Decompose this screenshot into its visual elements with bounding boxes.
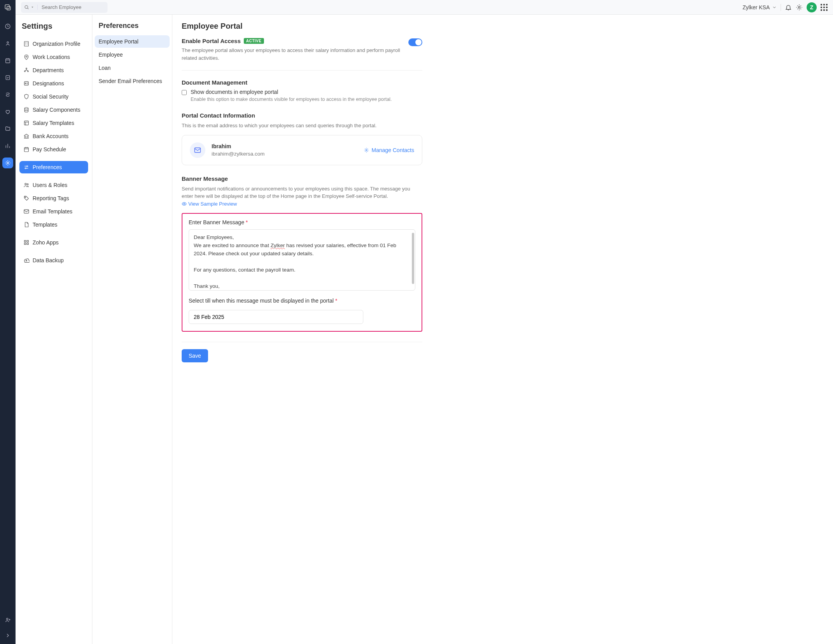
enable-portal-label: Enable Portal Access	[182, 38, 241, 44]
svg-point-31	[366, 149, 368, 151]
settings-item-bank-accounts[interactable]: Bank Accounts	[19, 130, 88, 142]
settings-item-preferences[interactable]: Preferences	[19, 161, 88, 173]
svg-point-14	[28, 71, 29, 72]
svg-point-23	[27, 184, 28, 185]
prefs-item-sender-email-preferences[interactable]: Sender Email Preferences	[95, 75, 170, 87]
view-sample-preview-link[interactable]: View Sample Preview	[182, 200, 237, 208]
banner-title: Banner Message	[182, 175, 422, 182]
banner-highlight-box: Enter Banner Message * Dear Employees, W…	[182, 213, 422, 332]
svg-point-21	[25, 168, 26, 169]
svg-point-3	[7, 42, 9, 43]
settings-item-salary-components[interactable]: Salary Components	[19, 104, 88, 116]
nav-item-label: Social Security	[33, 93, 69, 100]
rail-employee-icon[interactable]	[2, 38, 13, 49]
active-badge: ACTIVE	[244, 38, 264, 44]
prefs-item-loan[interactable]: Loan	[95, 62, 170, 74]
settings-title: Settings	[22, 22, 86, 31]
nav-item-label: Departments	[33, 67, 64, 73]
manage-contacts-link[interactable]: Manage Contacts	[364, 147, 414, 153]
backup-icon	[23, 257, 30, 263]
content-area: Employee Portal Enable Portal Access ACT…	[172, 15, 833, 644]
rail-profile-icon[interactable]	[2, 615, 13, 625]
search-scope-dropdown[interactable]	[21, 5, 38, 10]
contact-email: ibrahim@zylkersa.com	[212, 151, 357, 157]
nav-item-label: Templates	[33, 222, 57, 228]
app-logo-icon[interactable]	[0, 0, 16, 15]
nav-item-label: Reporting Tags	[33, 195, 69, 201]
svg-rect-4	[6, 59, 10, 63]
svg-rect-28	[24, 243, 26, 244]
rail-dashboard-icon[interactable]	[2, 21, 13, 32]
rail-benefits-icon[interactable]	[2, 106, 13, 117]
banner-date-input[interactable]	[189, 310, 363, 324]
pin-icon	[23, 54, 30, 60]
nav-item-label: Zoho Apps	[33, 239, 59, 246]
rail-documents-icon[interactable]	[2, 123, 13, 134]
tree-icon	[23, 67, 30, 73]
rail-collapse-icon[interactable]	[2, 630, 13, 641]
prefs-item-employee-portal[interactable]: Employee Portal	[95, 35, 170, 48]
banner-input-label: Enter Banner Message	[189, 219, 244, 225]
settings-item-templates[interactable]: Templates	[19, 218, 88, 231]
manage-contacts-label: Manage Contacts	[371, 147, 414, 153]
doc-icon	[23, 222, 30, 228]
user-avatar[interactable]: Z	[807, 2, 817, 12]
sliders-icon	[23, 164, 30, 170]
settings-icon[interactable]	[796, 4, 803, 11]
banner-message-section: Banner Message Send important notificati…	[182, 175, 422, 332]
tag-icon	[23, 195, 30, 201]
settings-item-pay-schedule[interactable]: Pay Schedule	[19, 143, 88, 156]
nav-item-label: Email Templates	[33, 208, 72, 215]
divider	[781, 4, 781, 11]
show-documents-desc: Enable this option to make documents vis…	[191, 97, 392, 102]
svg-rect-19	[24, 147, 29, 152]
show-documents-checkbox[interactable]	[182, 90, 187, 95]
settings-item-organization-profile[interactable]: Organization Profile	[19, 38, 88, 50]
rail-payroll-icon[interactable]	[2, 55, 13, 66]
settings-item-zoho-apps[interactable]: Zoho Apps	[19, 236, 88, 249]
rail-approvals-icon[interactable]	[2, 72, 13, 83]
nav-item-label: Salary Templates	[33, 120, 74, 126]
svg-point-6	[7, 162, 9, 164]
org-switcher[interactable]: Zylker KSA	[743, 4, 777, 10]
svg-point-13	[24, 71, 26, 72]
settings-item-reporting-tags[interactable]: Reporting Tags	[19, 192, 88, 204]
prefs-item-employee[interactable]: Employee	[95, 48, 170, 61]
notifications-icon[interactable]	[785, 4, 792, 11]
svg-point-11	[26, 56, 27, 57]
show-documents-label: Show documents in employee portal	[191, 89, 392, 95]
svg-point-7	[7, 618, 8, 620]
mail-icon	[23, 208, 30, 215]
svg-point-8	[25, 5, 28, 9]
settings-item-users-roles[interactable]: Users & Roles	[19, 179, 88, 191]
banner-message-textarea[interactable]: Dear Employees, We are excited to announ…	[189, 229, 415, 291]
rail-loans-icon[interactable]	[2, 89, 13, 100]
gear-icon	[364, 147, 369, 153]
svg-point-32	[184, 203, 185, 204]
rail-reports-icon[interactable]	[2, 140, 13, 151]
nav-item-label: Salary Components	[33, 107, 80, 113]
rail-settings-icon[interactable]	[2, 158, 13, 168]
settings-item-email-templates[interactable]: Email Templates	[19, 205, 88, 218]
app-rail	[0, 0, 16, 644]
settings-item-designations[interactable]: Designations	[19, 77, 88, 90]
settings-item-salary-templates[interactable]: Salary Templates	[19, 117, 88, 129]
search-input[interactable]	[38, 4, 108, 10]
settings-item-data-backup[interactable]: Data Backup	[19, 254, 88, 267]
divider	[182, 342, 422, 342]
svg-point-20	[27, 166, 28, 167]
template-icon	[23, 120, 30, 126]
grid-icon	[23, 239, 30, 246]
contact-name: Ibrahim	[212, 143, 357, 149]
scrollbar-thumb[interactable]	[412, 233, 414, 284]
settings-item-departments[interactable]: Departments	[19, 64, 88, 76]
settings-item-social-security[interactable]: Social Security	[19, 90, 88, 103]
nav-item-label: Pay Schedule	[33, 146, 66, 152]
chevron-down-icon	[31, 5, 34, 9]
search-box	[21, 2, 108, 13]
enable-portal-toggle[interactable]	[408, 38, 422, 46]
calendar-icon	[23, 146, 30, 152]
apps-launcher-icon[interactable]	[821, 4, 828, 11]
save-button[interactable]: Save	[182, 349, 208, 362]
settings-item-work-locations[interactable]: Work Locations	[19, 51, 88, 63]
